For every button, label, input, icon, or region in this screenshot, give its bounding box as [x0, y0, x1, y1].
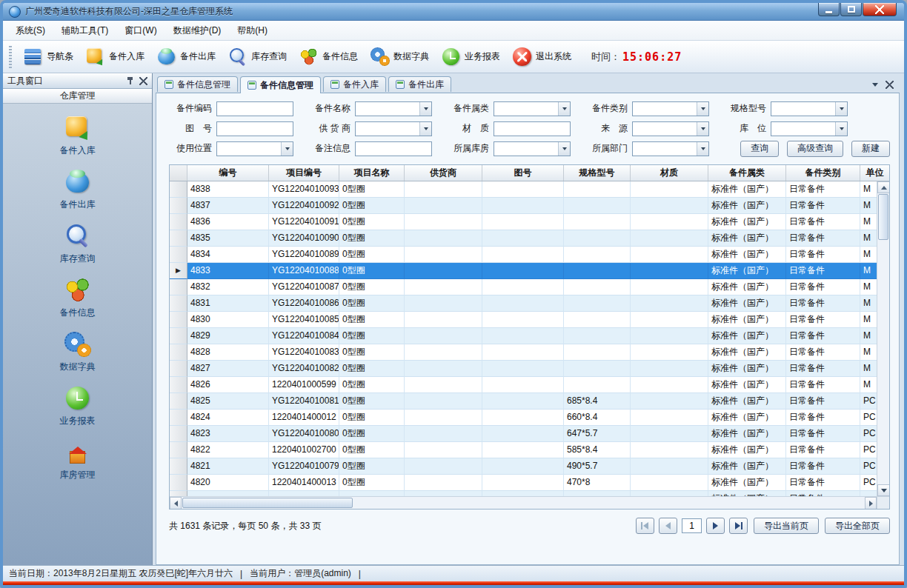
row-header[interactable] — [170, 458, 187, 475]
table-row[interactable]: 4828YG122040100830型圈标准件（国产）日常备件M — [170, 344, 889, 361]
row-header[interactable] — [170, 328, 187, 344]
row-header[interactable] — [170, 181, 187, 198]
scroll-right-button[interactable] — [865, 497, 877, 510]
menu-item[interactable]: 辅助工具(T) — [53, 21, 116, 40]
query-button[interactable]: 查询 — [740, 141, 779, 157]
dropdown-button[interactable] — [419, 122, 431, 136]
column-header[interactable]: 单位 — [860, 165, 890, 181]
export-current-page-button[interactable]: 导出当前页 — [754, 518, 819, 534]
table-row[interactable]: 4829YG122040100840型圈标准件（国产）日常备件M — [170, 328, 889, 344]
tab-3[interactable]: 备件入库 — [323, 76, 386, 92]
search-select-0-4[interactable] — [771, 101, 848, 116]
sidebar-item-inbox-gold[interactable]: 备件入库 — [3, 114, 152, 157]
search-input-1-0[interactable] — [216, 121, 293, 136]
dropdown-button[interactable] — [419, 102, 431, 116]
dropdown-button[interactable] — [697, 102, 708, 116]
search-select-2-3[interactable] — [632, 141, 709, 156]
table-row[interactable]: 482612204010005990型圈标准件（国产）日常备件M — [170, 377, 889, 393]
toolbar-button-inbox-gold[interactable]: 备件入库 — [85, 47, 144, 67]
search-input-2-1[interactable] — [355, 141, 432, 156]
menu-item[interactable]: 窗口(W) — [116, 21, 165, 40]
row-header[interactable] — [170, 475, 187, 491]
sidebar-item-outbox-blue[interactable]: 备件出库 — [3, 168, 152, 211]
search-select-2-2[interactable] — [494, 141, 571, 156]
row-header[interactable] — [170, 295, 187, 312]
row-header[interactable] — [170, 426, 187, 442]
table-row[interactable]: 482412204014000120型圈660*8.4标准件（国产）日常备件PC — [170, 410, 889, 426]
dropdown-button[interactable] — [697, 142, 708, 156]
table-row[interactable]: 4838YG122040100930型圈标准件（国产）日常备件M — [170, 181, 889, 198]
horizontal-scrollbar[interactable] — [170, 496, 877, 509]
scroll-down-button[interactable] — [877, 484, 890, 496]
new-button[interactable]: 新建 — [851, 141, 890, 157]
dropdown-button[interactable] — [697, 122, 708, 136]
search-select-1-3[interactable] — [632, 121, 709, 136]
toolbar-button-report-clock[interactable]: 业务报表 — [441, 47, 500, 67]
row-header[interactable] — [170, 344, 187, 361]
column-header[interactable]: 备件类别 — [786, 165, 860, 181]
minimize-button[interactable] — [818, 3, 840, 16]
table-row[interactable]: 4837YG122040100920型圈标准件（国产）日常备件M — [170, 198, 889, 214]
row-header[interactable] — [170, 247, 187, 263]
sidebar-item-parts-info[interactable]: 备件信息 — [3, 276, 152, 319]
dropdown-button[interactable] — [835, 122, 847, 136]
horizontal-scroll-track[interactable] — [182, 497, 865, 509]
column-header[interactable]: 材质 — [631, 165, 708, 181]
dropdown-button[interactable] — [281, 142, 293, 156]
row-header[interactable] — [170, 312, 187, 328]
column-header[interactable]: 规格型号 — [564, 165, 631, 181]
vertical-scrollbar[interactable] — [877, 181, 889, 496]
row-header[interactable]: ▶ — [170, 263, 187, 279]
search-select-0-1[interactable] — [355, 101, 432, 116]
prev-page-button[interactable] — [659, 518, 677, 534]
vertical-scroll-track[interactable] — [877, 193, 889, 484]
column-header[interactable]: 项目编号 — [269, 165, 339, 181]
tab-close-icon[interactable] — [886, 81, 894, 89]
search-select-0-2[interactable] — [494, 101, 571, 116]
column-header[interactable]: 图号 — [482, 165, 564, 181]
search-select-1-4[interactable] — [771, 121, 848, 136]
next-page-button[interactable] — [706, 518, 725, 534]
dropdown-button[interactable] — [558, 142, 570, 156]
search-select-0-3[interactable] — [632, 101, 709, 116]
toolbar-button-data-dict-gear[interactable]: 数据字典 — [370, 47, 429, 67]
column-header[interactable]: 编号 — [187, 165, 269, 181]
tab-list-chevron-down-icon[interactable] — [872, 83, 878, 87]
table-row[interactable]: 4834YG122040100890型圈标准件（国产）日常备件M — [170, 247, 889, 263]
table-row[interactable]: 4836YG122040100910型圈标准件（国产）日常备件M — [170, 214, 889, 230]
table-row[interactable]: 482212204010027000型圈585*8.4标准件（国产）日常备件PC — [170, 442, 889, 458]
row-header[interactable] — [170, 377, 187, 393]
toolbar-button-exit-red[interactable]: 退出系统 — [512, 47, 571, 67]
search-select-1-1[interactable] — [355, 121, 432, 136]
row-header[interactable] — [170, 230, 187, 247]
row-header[interactable] — [170, 491, 187, 496]
table-row[interactable]: 4821YG122040100790型圈490*5.7标准件（国产）日常备件PC — [170, 458, 889, 475]
row-header[interactable] — [170, 442, 187, 458]
table-row[interactable]: 标准件（国产）日常备件 — [170, 491, 889, 496]
last-page-button[interactable] — [729, 518, 748, 534]
toolbar-button-outbox-blue[interactable]: 备件出库 — [156, 47, 216, 67]
menu-item[interactable]: 系统(S) — [7, 21, 53, 40]
search-input-0-0[interactable] — [216, 101, 293, 116]
row-header[interactable] — [170, 410, 187, 426]
scroll-up-button[interactable] — [877, 181, 890, 193]
sidebar-item-report-clock[interactable]: 业务报表 — [3, 384, 152, 427]
toolbar-grip-handle[interactable] — [9, 46, 12, 68]
menu-item[interactable]: 数据维护(D) — [165, 21, 230, 40]
column-header[interactable]: 项目名称 — [339, 165, 405, 181]
toolbar-button-nav-books[interactable]: 导航条 — [23, 47, 73, 67]
table-row[interactable]: 4832YG122040100870型圈标准件（国产）日常备件M — [170, 279, 889, 295]
search-select-2-0[interactable] — [216, 141, 293, 156]
table-row[interactable]: 4827YG122040100820型圈标准件（国产）日常备件M — [170, 361, 889, 377]
tab-4[interactable]: 备件出库 — [388, 76, 451, 92]
pin-icon[interactable] — [126, 76, 134, 86]
sidebar-item-search-stock[interactable]: 库存查询 — [3, 222, 152, 265]
column-header[interactable]: 备件属类 — [708, 165, 786, 181]
row-header[interactable] — [170, 279, 187, 295]
table-row[interactable]: 482012204014000130型圈470*8标准件（国产）日常备件PC — [170, 475, 889, 491]
toolbar-button-parts-info[interactable]: 备件信息 — [299, 47, 358, 67]
row-header[interactable] — [170, 361, 187, 377]
tab-1[interactable]: 备件信息管理 — [157, 76, 238, 92]
horizontal-scroll-thumb[interactable] — [182, 498, 353, 508]
advanced-query-button[interactable]: 高级查询 — [787, 141, 843, 157]
